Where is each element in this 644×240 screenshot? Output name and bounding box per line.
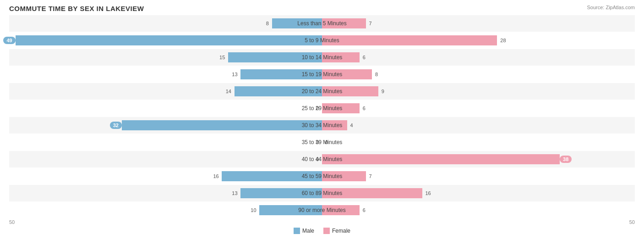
bar-female — [322, 35, 497, 45]
row-label: Less than 5 Minutes — [297, 20, 346, 27]
row-label: 10 to 14 Minutes — [302, 54, 343, 61]
value-female: 8 — [375, 72, 378, 77]
value-female: 28 — [500, 38, 506, 43]
axis-right: 50 — [629, 219, 635, 225]
value-male: 13 — [232, 190, 237, 196]
value-male: 13 — [232, 72, 237, 77]
row-label: 25 to 29 Minutes — [302, 105, 343, 112]
table-row: 5 to 9 Minutes4928 — [9, 32, 635, 49]
row-label: 60 to 89 Minutes — [302, 190, 343, 196]
table-row: 45 to 59 Minutes167 — [9, 168, 635, 184]
table-row: 25 to 29 Minutes06 — [9, 100, 635, 117]
value-male: 10 — [251, 207, 256, 213]
value-female: 4 — [350, 123, 353, 128]
rows-wrapper: Less than 5 Minutes875 to 9 Minutes49281… — [9, 15, 635, 218]
value-female: 6 — [363, 55, 366, 60]
table-row: 35 to 39 Minutes00 — [9, 134, 635, 151]
value-female: 7 — [369, 21, 371, 26]
row-label: 15 to 19 Minutes — [302, 71, 343, 78]
bar-male — [16, 35, 322, 45]
row-label: 30 to 34 Minutes — [302, 122, 343, 128]
chart-title: COMMUTE TIME BY SEX IN LAKEVIEW — [9, 5, 635, 12]
legend-male: Male — [294, 228, 314, 234]
value-female: 6 — [363, 106, 366, 111]
value-male: 8 — [266, 21, 269, 26]
table-row: 40 to 44 Minutes038 — [9, 151, 635, 167]
axis-left: 50 — [9, 219, 15, 225]
table-row: 90 or more Minutes106 — [9, 202, 635, 218]
axis-labels: 50 50 — [9, 219, 635, 225]
row-label: 90 or more Minutes — [298, 207, 345, 213]
bar-male — [122, 120, 322, 130]
value-male: 14 — [226, 89, 231, 94]
chart-container: COMMUTE TIME BY SEX IN LAKEVIEW Source: … — [0, 0, 644, 240]
source-text: Source: ZipAtlas.com — [587, 5, 635, 10]
value-female: 38 — [560, 156, 572, 163]
value-female: 9 — [382, 89, 384, 94]
value-male: 32 — [110, 122, 122, 129]
legend-male-label: Male — [302, 228, 314, 234]
value-male: 16 — [213, 173, 218, 179]
bar-female — [322, 154, 560, 164]
table-row: 15 to 19 Minutes138 — [9, 66, 635, 83]
legend-female-label: Female — [332, 228, 350, 234]
row-label: 20 to 24 Minutes — [302, 88, 343, 95]
legend-female: Female — [323, 228, 350, 234]
value-male: 15 — [219, 55, 225, 60]
table-row: 10 to 14 Minutes156 — [9, 49, 635, 66]
value-female: 7 — [369, 173, 371, 179]
legend: Male Female — [9, 228, 635, 234]
row-label: 35 to 39 Minutes — [302, 139, 343, 145]
row-label: 45 to 59 Minutes — [302, 173, 343, 179]
value-female: 6 — [363, 207, 366, 213]
value-female: 16 — [425, 190, 431, 196]
legend-male-box — [294, 228, 300, 234]
table-row: 20 to 24 Minutes149 — [9, 83, 635, 100]
table-row: 30 to 34 Minutes324 — [9, 117, 635, 134]
table-row: 60 to 89 Minutes1316 — [9, 185, 635, 201]
legend-female-box — [323, 228, 330, 234]
row-label: 5 to 9 Minutes — [305, 37, 339, 44]
value-male: 49 — [3, 37, 15, 44]
row-label: 40 to 44 Minutes — [302, 156, 343, 162]
table-row: Less than 5 Minutes87 — [9, 15, 635, 32]
